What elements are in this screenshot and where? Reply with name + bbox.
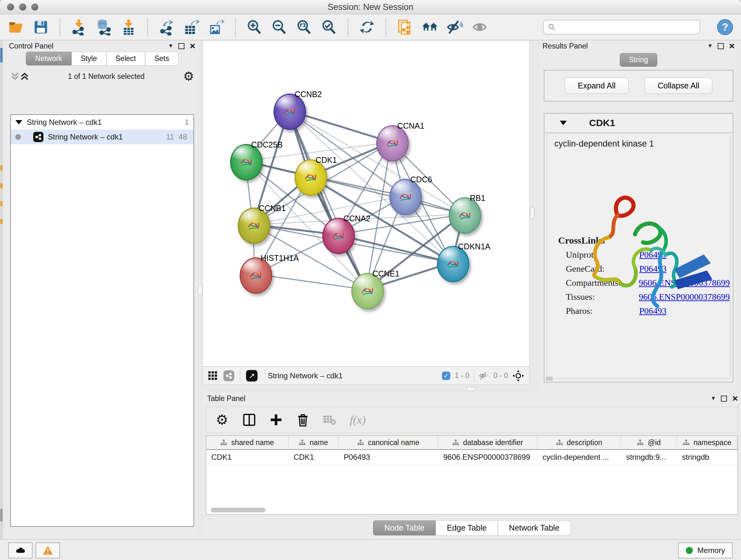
tab-node-table[interactable]: Node Table [373, 520, 435, 536]
collapse-triangle-icon[interactable] [560, 121, 567, 125]
node-CDC25B[interactable] [230, 144, 263, 180]
panel-menu-icon[interactable]: ▼ [711, 395, 716, 401]
node-label-CCNB1: CCNB1 [259, 204, 286, 213]
tab-style[interactable]: Style [71, 52, 106, 65]
import-network-icon[interactable] [71, 19, 87, 36]
cell-description[interactable]: cyclin-dependent ... [537, 450, 621, 464]
cell-shared-name[interactable]: CDK1 [206, 450, 288, 464]
main-toolbar: ? [0, 14, 741, 40]
collapse-all-icon[interactable] [20, 72, 29, 80]
zoom-selected-icon[interactable] [321, 19, 337, 36]
node-HIST1H1A[interactable] [240, 257, 272, 294]
node-CDK1[interactable] [294, 159, 327, 196]
network-collection-row[interactable]: String Network – cdk1 1 [11, 115, 193, 130]
share-view-icon[interactable] [223, 370, 234, 381]
svg-text:?: ? [722, 21, 728, 33]
column-header-database-identifier[interactable]: database identifier [438, 436, 537, 449]
expand-all-icon[interactable] [10, 72, 20, 80]
fit-content-crosshair-icon[interactable] [513, 370, 524, 381]
import-network-from-database-icon[interactable] [95, 19, 112, 36]
memory-button[interactable]: Memory [678, 543, 733, 558]
node-CCNA1[interactable] [376, 125, 409, 162]
node-CCNA2[interactable] [322, 218, 355, 254]
panel-menu-icon[interactable]: ▼ [168, 43, 174, 49]
export-table-icon[interactable] [183, 19, 200, 36]
results-panel: Results Panel ▼ × String Expand All Coll… [539, 40, 738, 391]
panel-float-icon[interactable] [179, 43, 185, 49]
edge-CCNB2-CCNE1[interactable] [289, 111, 366, 290]
tab-select[interactable]: Select [106, 52, 145, 65]
column-header-name[interactable]: name [288, 436, 339, 449]
column-header-shared-name[interactable]: shared name [206, 436, 288, 449]
left-splitter-handle[interactable] [198, 285, 202, 295]
string-hide-icon[interactable] [447, 19, 463, 36]
import-table-icon[interactable] [120, 19, 137, 36]
expand-all-button[interactable]: Expand All [565, 78, 629, 94]
node-label-CDKN1A: CDKN1A [458, 242, 490, 251]
cloud-button[interactable] [8, 543, 32, 558]
column-header-description[interactable]: description [537, 436, 621, 449]
tab-edge-table[interactable]: Edge Table [435, 520, 498, 536]
column-header-canonical-name[interactable]: canonical name [339, 436, 438, 449]
open-session-icon[interactable] [8, 19, 24, 36]
panel-close-icon[interactable]: × [729, 43, 735, 49]
panel-close-icon[interactable]: × [190, 43, 195, 49]
search-field[interactable] [543, 20, 700, 35]
search-input[interactable] [556, 22, 699, 32]
node-table[interactable]: shared namenamecanonical namedatabase id… [206, 435, 738, 515]
desktop-edge-sliver [0, 40, 3, 540]
network-row[interactable]: String Network – cdk1 11 48 [11, 130, 193, 144]
panel-menu-icon[interactable]: ▼ [708, 43, 713, 49]
network-view-canvas[interactable]: CCNB2CCNA1CDC25BCDK1CDC6RB1CCNB1CCNA2CDK… [203, 40, 529, 367]
export-network-icon[interactable] [158, 19, 175, 36]
birdseye-view-icon[interactable]: ↗ [246, 370, 258, 381]
node-CCNB2[interactable] [273, 94, 306, 130]
bottom-splitter-handle[interactable] [467, 387, 475, 391]
tab-sets[interactable]: Sets [145, 52, 179, 65]
scroll-nub[interactable] [546, 377, 553, 381]
refresh-layout-icon[interactable] [359, 19, 375, 36]
table-row[interactable]: CDK1CDK1P064939606.ENSP00000378699cyclin… [206, 450, 738, 465]
node-CCNE1[interactable] [351, 273, 384, 309]
node-CDC6[interactable] [389, 179, 422, 215]
help-icon[interactable]: ? [717, 19, 733, 36]
tab-network-table[interactable]: Network Table [498, 520, 570, 536]
panel-close-icon[interactable]: × [732, 395, 738, 401]
save-session-icon[interactable] [32, 19, 49, 36]
string-export-icon[interactable] [397, 19, 413, 36]
selected-checkbox-icon[interactable]: ✓ [442, 372, 450, 380]
panel-float-icon[interactable] [718, 43, 724, 49]
cell-@id[interactable]: stringdb:9... [621, 450, 677, 464]
export-image-icon[interactable] [208, 19, 225, 36]
node-RB1[interactable] [449, 197, 481, 234]
string-home-icon[interactable] [421, 19, 438, 36]
cell-namespace[interactable]: stringdb [677, 450, 738, 464]
gene-details: cyclin-dependent kinase 1 [547, 133, 730, 379]
panel-float-icon[interactable] [721, 395, 727, 401]
warning-button[interactable] [36, 543, 60, 558]
tab-network[interactable]: Network [26, 52, 71, 65]
column-header-namespace[interactable]: namespace [677, 436, 738, 449]
right-splitter-handle[interactable] [530, 207, 535, 219]
cell-database-identifier[interactable]: 9606.ENSP00000378699 [438, 450, 537, 464]
gene-header-row[interactable]: CDK1 [544, 114, 733, 133]
grid-view-icon[interactable] [208, 371, 218, 381]
zoom-out-icon[interactable] [271, 19, 287, 36]
collapse-triangle-icon[interactable] [15, 120, 22, 125]
network-options-gear-icon[interactable]: ⚙ [183, 70, 194, 82]
show-column-icon[interactable] [243, 413, 256, 427]
table-panel-title: Table Panel [203, 394, 246, 403]
delete-column-icon[interactable] [296, 413, 310, 427]
zoom-fit-icon[interactable] [296, 19, 313, 36]
column-header-@id[interactable]: @id [621, 436, 677, 449]
node-CCNB1[interactable] [238, 207, 270, 244]
zoom-in-icon[interactable] [246, 19, 263, 36]
collapse-all-button[interactable]: Collapse All [645, 78, 713, 94]
add-column-icon[interactable] [269, 413, 283, 427]
cell-name[interactable]: CDK1 [288, 450, 339, 464]
table-settings-gear-icon[interactable]: ⚙ [216, 413, 229, 427]
cell-canonical-name[interactable]: P06493 [339, 450, 438, 464]
node-CDKN1A[interactable] [437, 246, 469, 282]
horizontal-scrollbar[interactable] [211, 508, 266, 512]
tab-string[interactable]: String [620, 53, 657, 67]
